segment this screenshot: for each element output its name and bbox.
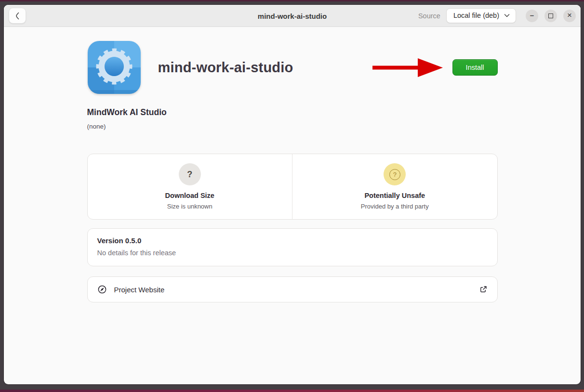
back-button[interactable]	[9, 8, 26, 24]
app-name-heading: mind-work-ai-studio	[158, 60, 293, 76]
back-chevron-icon	[13, 12, 21, 20]
tile-subtitle: Provided by a third party	[361, 203, 429, 210]
chevron-down-icon	[504, 13, 510, 17]
app-display-name: MindWork AI Studio	[87, 107, 498, 118]
minimize-icon: –	[530, 12, 534, 19]
context-tiles-card: ? Download Size Size is unknown ? Potent…	[87, 154, 498, 220]
close-icon: ×	[567, 11, 572, 19]
question-mark-badge-icon: ?	[179, 163, 201, 185]
circled-question-badge-icon: ?	[384, 163, 406, 185]
external-link-icon	[478, 285, 488, 294]
source-dropdown[interactable]: Local file (deb)	[446, 8, 516, 23]
tile-title: Potentially Unsafe	[364, 192, 425, 199]
maximize-icon	[548, 13, 553, 18]
tile-title: Download Size	[165, 192, 214, 199]
version-card: Version 0.5.0 No details for this releas…	[87, 228, 498, 266]
app-developer: (none)	[87, 123, 498, 130]
install-button[interactable]: Install	[452, 59, 498, 76]
source-dropdown-value: Local file (deb)	[453, 12, 499, 19]
source-label: Source	[418, 12, 440, 20]
tile-subtitle: Size is unknown	[167, 203, 212, 210]
main-content: mind-work-ai-studio Install MindWork AI …	[4, 27, 581, 384]
software-window: mind-work-ai-studio Source Local file (d…	[4, 5, 581, 384]
version-subtitle: No details for this release	[97, 249, 488, 257]
potentially-unsafe-tile[interactable]: ? Potentially Unsafe Provided by a third…	[292, 154, 497, 219]
titlebar: mind-work-ai-studio Source Local file (d…	[4, 5, 581, 27]
project-website-row[interactable]: Project Website	[87, 276, 498, 302]
annotation-arrow-icon	[372, 57, 444, 78]
desktop-wallpaper-top-edge	[0, 0, 584, 1]
app-hero: mind-work-ai-studio Install	[87, 40, 498, 94]
window-title: mind-work-ai-studio	[258, 12, 327, 20]
compass-icon	[97, 285, 107, 294]
website-label: Project Website	[114, 286, 165, 294]
download-size-tile[interactable]: ? Download Size Size is unknown	[88, 154, 292, 219]
version-title: Version 0.5.0	[97, 236, 488, 245]
minimize-button[interactable]: –	[526, 10, 538, 22]
close-button[interactable]: ×	[563, 10, 576, 22]
desktop-wallpaper-bottom-edge	[0, 390, 584, 392]
maximize-button[interactable]	[544, 10, 557, 22]
app-icon-gear	[87, 40, 141, 94]
window-controls: – ×	[526, 10, 576, 22]
